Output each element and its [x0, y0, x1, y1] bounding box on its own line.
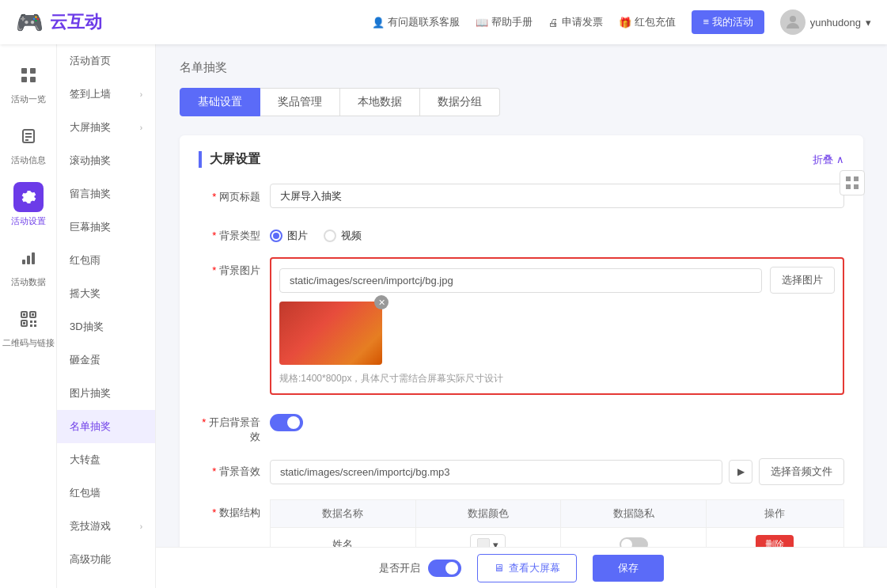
red-wall-label: 红包墙 — [70, 486, 100, 500]
bg-sound-file-label: 背景音效 — [199, 458, 270, 479]
help-link[interactable]: 📖 帮助手册 — [476, 15, 533, 29]
support-label: 有问题联系客服 — [388, 15, 460, 29]
activity-settings-label: 活动设置 — [11, 215, 46, 227]
svg-rect-19 — [34, 321, 36, 323]
user-chevron-icon: ▾ — [866, 17, 871, 28]
col-header-name: 数据名称 — [271, 500, 416, 528]
sidebar-menu-red-wall[interactable]: 红包墙 — [57, 476, 155, 510]
sidebar-menu-gold-egg[interactable]: 砸金蛋 — [57, 343, 155, 377]
radio-image-dot — [270, 230, 282, 242]
advanced-label: 高级功能 — [70, 552, 111, 567]
audio-play-button[interactable]: ▶ — [729, 460, 752, 484]
gold-egg-label: 砸金蛋 — [70, 353, 100, 367]
collapse-label: 折叠 — [813, 153, 833, 167]
support-icon: 👤 — [372, 17, 385, 28]
sidebar-menu-big-screen-lottery[interactable]: 大屏抽奖 › — [57, 111, 155, 144]
sidebar-item-activity-list[interactable]: 活动一览 — [0, 52, 56, 113]
avatar — [780, 9, 806, 35]
web-title-row: 网页标题 — [199, 184, 844, 208]
is-open-toggle[interactable] — [428, 560, 461, 577]
username-label: yunhudong — [810, 17, 861, 28]
tabs: 基础设置 奖品管理 本地数据 数据分组 — [180, 88, 863, 116]
svg-rect-10 — [27, 256, 30, 264]
user-info[interactable]: yunhudong ▾ — [780, 9, 871, 35]
bg-type-row: 背景类型 图片 视频 — [199, 222, 844, 243]
bg-sound-toggle[interactable] — [270, 414, 303, 431]
sidebar-item-activity-data[interactable]: 活动数据 — [0, 235, 56, 296]
sidebar-item-qr-link[interactable]: 二维码与链接 — [0, 296, 56, 357]
activity-home-label: 活动首页 — [70, 54, 111, 68]
radio-video[interactable]: 视频 — [324, 229, 362, 243]
scroll-lottery-label: 滚动抽奖 — [70, 154, 111, 168]
qr-link-icon — [13, 304, 44, 334]
is-open-section: 是否开启 — [379, 560, 461, 577]
activity-info-icon — [13, 121, 44, 151]
sidebar-menu-big-wheel[interactable]: 大转盘 — [57, 443, 155, 476]
sidebar-menu-advanced[interactable]: 高级功能 — [57, 543, 155, 576]
sidebar-item-activity-info[interactable]: 活动信息 — [0, 113, 56, 174]
bg-sound-file-control: static/images/screen/importcj/bg.mp3 ▶ 选… — [270, 458, 844, 485]
image-close-button[interactable]: ✕ — [374, 295, 389, 309]
sidebar-menu-name-lottery[interactable]: 名单抽奖 — [57, 410, 155, 443]
radio-video-dot — [324, 230, 336, 242]
activity-settings-icon — [13, 182, 44, 212]
svg-rect-9 — [22, 260, 25, 264]
radio-video-label: 视频 — [341, 229, 362, 243]
view-screen-button[interactable]: 🖥 查看大屏幕 — [477, 554, 577, 582]
sidebar-menu-scroll-lottery[interactable]: 滚动抽奖 — [57, 144, 155, 177]
my-activity-button[interactable]: ≡ 我的活动 — [692, 10, 764, 34]
radio-image[interactable]: 图片 — [270, 229, 308, 243]
redpacket-link[interactable]: 🎁 红包充值 — [619, 15, 676, 29]
bg-sound-control — [270, 409, 844, 431]
tab-basic-settings[interactable]: 基础设置 — [180, 88, 260, 116]
view-screen-label: 查看大屏幕 — [509, 561, 560, 575]
image-preview-wrap: ✕ — [279, 302, 382, 365]
select-image-button[interactable]: 选择图片 — [770, 267, 835, 294]
svg-rect-11 — [32, 252, 35, 264]
bg-image-inner: static/images/screen/importcj/bg.jpg 选择图… — [279, 267, 835, 294]
tab-local-data[interactable]: 本地数据 — [340, 88, 420, 116]
red-rain-label: 红包雨 — [70, 253, 100, 267]
svg-rect-25 — [854, 184, 859, 189]
select-audio-button[interactable]: 选择音频文件 — [759, 458, 844, 485]
collapse-button[interactable]: 折叠 ∧ — [813, 153, 844, 167]
web-title-input[interactable] — [270, 184, 844, 208]
sidebar-menu-shake-prize[interactable]: 摇大奖 — [57, 277, 155, 310]
sidebar-menu-red-rain[interactable]: 红包雨 — [57, 244, 155, 277]
tab-data-group[interactable]: 数据分组 — [420, 88, 500, 116]
svg-rect-21 — [34, 324, 36, 327]
help-label: 帮助手册 — [491, 15, 533, 29]
tab-prize-management[interactable]: 奖品管理 — [260, 88, 340, 116]
bg-image-highlighted: static/images/screen/importcj/bg.jpg 选择图… — [270, 257, 844, 395]
photo-lottery-label: 图片抽奖 — [70, 386, 111, 400]
svg-rect-2 — [30, 68, 36, 74]
3d-lottery-label: 3D抽奖 — [70, 320, 104, 334]
right-helper-icon[interactable] — [840, 170, 865, 195]
chevron-icon: › — [140, 522, 142, 531]
activity-data-label: 活动数据 — [11, 276, 46, 288]
invoice-label: 申请发票 — [562, 15, 603, 29]
support-link[interactable]: 👤 有问题联系客服 — [372, 15, 460, 29]
svg-rect-23 — [854, 176, 859, 181]
big-screen-section: 大屏设置 折叠 ∧ 网页标题 背景类型 — [180, 135, 863, 588]
sidebar-menu-competition[interactable]: 竞技游戏 › — [57, 510, 155, 543]
name-lottery-label: 名单抽奖 — [70, 419, 111, 434]
sidebar-menu-message-lottery[interactable]: 留言抽奖 — [57, 177, 155, 211]
audio-row: static/images/screen/importcj/bg.mp3 ▶ 选… — [270, 458, 844, 485]
activity-list-icon — [13, 60, 44, 90]
invoice-link[interactable]: 🖨 申请发票 — [548, 15, 603, 29]
sidebar-menu-activity-home[interactable]: 活动首页 — [57, 44, 155, 78]
message-lottery-label: 留言抽奖 — [70, 187, 111, 201]
sidebar-menu-giant-lottery[interactable]: 巨幕抽奖 — [57, 211, 155, 244]
sidebar-menu-photo-lottery[interactable]: 图片抽奖 — [57, 377, 155, 410]
sidebar-menu-3d-lottery[interactable]: 3D抽奖 — [57, 310, 155, 343]
bg-type-radio-group: 图片 视频 — [270, 222, 844, 243]
save-button[interactable]: 保存 — [593, 555, 664, 582]
svg-rect-15 — [32, 313, 34, 316]
sidebar-item-activity-settings[interactable]: 活动设置 — [0, 174, 56, 235]
header-right: 👤 有问题联系客服 📖 帮助手册 🖨 申请发票 🎁 红包充值 ≡ 我的活动 yu… — [372, 9, 871, 35]
sidebar-menu-sign-up[interactable]: 签到上墙 › — [57, 78, 155, 111]
redpacket-icon: 🎁 — [619, 17, 631, 28]
layout: 活动一览 活动信息 活动设置 活动数据 二维码与链接 — [0, 44, 887, 588]
data-structure-label: 数据结构 — [199, 499, 270, 520]
